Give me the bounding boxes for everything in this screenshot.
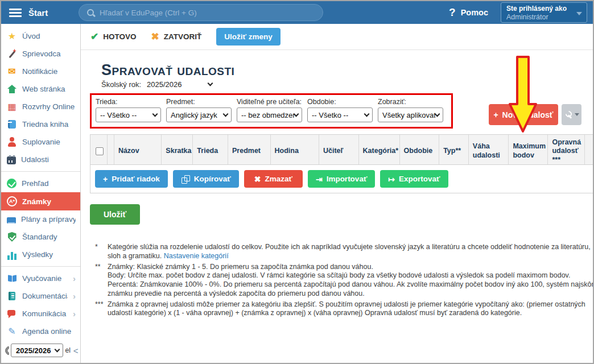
chevron-down-icon (207, 81, 213, 86)
column-header-maximum-bodov: Maximum bodov (509, 135, 548, 164)
help-label: Pomoc (461, 8, 488, 17)
footnotes: * Kategórie slúžia na rozdelenie udalost… (94, 243, 594, 318)
column-header-kategoria: Kategória* (359, 135, 400, 164)
column-header-hodina: Hodina (271, 135, 319, 164)
chevron-down-icon (364, 111, 370, 117)
question-icon: ? (449, 6, 456, 19)
filter-obdobie: Obdobie: -- Všetko -- (307, 98, 373, 122)
house-icon (7, 84, 17, 94)
save-button[interactable]: Uložiť (90, 204, 140, 225)
sidebar-item-standardy[interactable]: Štandardy (1, 228, 80, 246)
sidebar-item-prehlad[interactable]: Prehľad (1, 175, 80, 192)
column-header-nazov: Názov (114, 135, 162, 164)
delete-button[interactable]: ✖ Zmazať (244, 170, 303, 188)
chevron-down-icon (294, 111, 299, 117)
collapse-sidebar-chevron[interactable]: < (73, 346, 79, 355)
truncated-label: el (65, 346, 70, 354)
sidebar-item-label: Dokumentácia (22, 292, 68, 300)
sidebar-item-label: Udalosti (21, 155, 76, 164)
caret-down-icon (576, 12, 582, 15)
gear-icon[interactable] (3, 346, 9, 355)
top-bar: Štart ? Pomoc Ste prihlásený ako Adminis… (1, 1, 593, 24)
global-search[interactable] (79, 4, 323, 21)
filter-label: Obdobie: (307, 98, 373, 106)
import-button[interactable]: ⇥ Importovať (308, 170, 375, 188)
copy-label: Kopírovať (194, 175, 231, 183)
sidebar-item-sprievodca[interactable]: Sprievodca (1, 45, 80, 63)
obdobie-select[interactable]: -- Všetko -- (307, 107, 373, 122)
star-icon: ★ (7, 31, 17, 42)
copy-button[interactable]: Kopírovať (173, 170, 239, 188)
sidebar-item-vyucovanie[interactable]: Vyučovanie › (1, 270, 80, 287)
done-button[interactable]: ✔ HOTOVO (90, 31, 137, 43)
sidebar-item-suplovanie[interactable]: Suplovanie (1, 133, 80, 151)
sidebar-item-web-stranka[interactable]: Web stránka (1, 80, 80, 98)
footnote-text: Kategórie slúžia na rozdelenie udalostí … (108, 243, 594, 261)
open-book-icon (7, 274, 17, 284)
column-header-ucitel: Učiteľ (319, 135, 359, 164)
sidebar-item-label: Sprievodca (22, 49, 76, 58)
column-header-opravna-udalost: Opravná udalosť *** (548, 135, 585, 164)
copy-icon (181, 175, 190, 183)
import-arrow-icon: ⇥ (316, 175, 323, 183)
chevron-right-icon: › (73, 291, 76, 301)
account-menu[interactable]: Ste prihlásený ako Administrátor (501, 2, 587, 23)
footnote-corrective: *** Známka z opravnej udalosti môže prie… (94, 300, 594, 318)
sidebar-item-label: Prehľad (22, 179, 76, 188)
sidebar-item-komunikacia[interactable]: Komunikácia › (1, 305, 80, 322)
school-year-select[interactable]: 2025/2026 (11, 344, 63, 357)
sidebar-item-rozvrhy-online[interactable]: ▦ Rozvrhy Online (1, 98, 80, 115)
wrench-icon (564, 110, 573, 119)
header-checkbox-cell (90, 135, 108, 164)
filter-trieda: Trieda: -- Všetko -- (96, 98, 161, 122)
hamburger-menu-icon[interactable] (9, 9, 22, 17)
help-button[interactable]: ? Pomoc (449, 6, 488, 19)
viditelne-select[interactable]: -- bez obmedzen (237, 107, 302, 122)
sidebar-item-notifikacie[interactable]: ✉ Notifikácie (1, 63, 80, 80)
shield-icon-wrap (7, 232, 17, 242)
sidebar-separator (1, 171, 80, 172)
sidebar-item-uvod[interactable]: ★ Úvod (1, 27, 80, 45)
sidebar-item-dokumentacia[interactable]: Dokumentácia › (1, 287, 80, 305)
trieda-select[interactable]: -- Všetko -- (96, 107, 161, 122)
sidebar-item-udalosti[interactable]: Udalosti (1, 151, 80, 168)
footnote-text: Známky: Klasické známky 1 - 5. Do prieme… (108, 263, 594, 299)
main-area: ✔ HOTOVO ✖ ZATVORIŤ Uložiť zmeny Spravov… (81, 24, 593, 363)
footnote-marker: *** (94, 300, 108, 318)
footnote-line: Percentá: Známkovanie 100% - 0%. Do prie… (108, 280, 594, 299)
school-year-value: 2025/2026 (16, 346, 51, 355)
start-menu-label[interactable]: Štart (28, 8, 79, 18)
sidebar-item-vysledky[interactable]: Výsledky (1, 246, 80, 263)
footnote-categories: * Kategórie slúžia na rozdelenie udalost… (94, 243, 594, 261)
sidebar-item-plany-a-pripravy[interactable]: Plány a prípravy (1, 210, 80, 228)
viditelne-select-value: -- bez obmedzen (241, 111, 294, 119)
chevron-down-icon (223, 111, 229, 117)
tools-dropdown-button[interactable] (562, 104, 581, 125)
magic-wand-icon (7, 49, 17, 59)
sidebar-item-agenda-online[interactable]: ✎ Agenda online (1, 322, 80, 340)
nastavenie-kategorii-link[interactable]: Nastavenie kategórií (164, 252, 229, 260)
save-changes-button[interactable]: Uložiť zmeny (216, 28, 280, 46)
column-header-trieda: Trieda (193, 135, 228, 164)
sidebar-item-label: Triedna kniha (22, 120, 76, 129)
filter-predmet: Predmet: Anglický jazyk (166, 98, 232, 122)
add-row-label: Pridať riadok (112, 175, 160, 183)
close-label: ZATVORIŤ (164, 32, 202, 41)
plus-icon: + (493, 111, 498, 119)
chat-bubbles-icon (7, 309, 17, 319)
highlight-arrow-annotation (508, 55, 538, 135)
sidebar-item-znamky-active[interactable]: A* Známky (1, 192, 80, 210)
document-icon (9, 292, 15, 300)
search-icon (86, 8, 95, 17)
footnote-marker: ** (94, 263, 108, 299)
select-all-checkbox[interactable] (96, 147, 104, 155)
add-row-button[interactable]: + Pridať riadok (95, 170, 168, 188)
sidebar-item-triedna-kniha[interactable]: Triedna kniha (1, 115, 80, 133)
close-button[interactable]: ✖ ZATVORIŤ (151, 31, 202, 43)
app-window: Štart ? Pomoc Ste prihlásený ako Adminis… (0, 0, 594, 364)
header-end-cell (585, 135, 593, 164)
search-input[interactable] (100, 9, 304, 17)
predmet-select[interactable]: Anglický jazyk (166, 107, 232, 122)
zobrazit-select[interactable]: Všetky aplikovat (378, 107, 443, 122)
export-button[interactable]: ↦ Exportovať (380, 170, 448, 188)
